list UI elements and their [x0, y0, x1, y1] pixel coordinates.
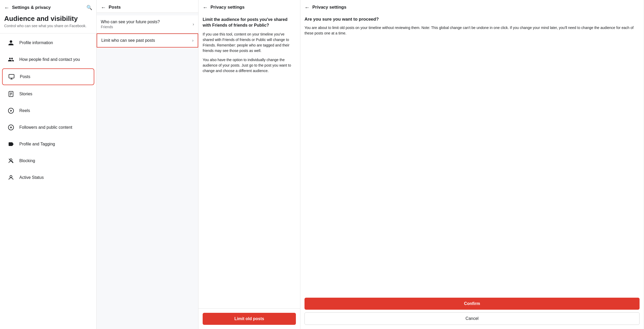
confirm-panel-header: ← Privacy settings	[300, 0, 644, 13]
confirm-back-arrow[interactable]: ←	[305, 5, 310, 10]
sidebar-item-label-profile-tagging: Profile and Tagging	[19, 142, 55, 146]
sidebar-item-how-people-find[interactable]: How people find and contact you	[2, 52, 94, 67]
sidebar-subtitle: Control who can see what you share on Fa…	[0, 24, 96, 32]
blocking-icon	[6, 156, 16, 166]
sidebar-item-active-status[interactable]: Active Status	[2, 170, 94, 185]
sidebar-divider	[0, 33, 96, 33]
future-posts-chevron: ›	[193, 22, 194, 27]
future-posts-row[interactable]: Who can see your future posts? Friends ›	[97, 15, 198, 33]
sidebar-item-label-active-status: Active Status	[19, 175, 44, 180]
sidebar-header: ← Settings & privacy 🔍	[0, 0, 96, 13]
stories-icon	[6, 89, 16, 99]
past-posts-label: Limit who can see past posts	[101, 38, 190, 43]
confirm-panel: ← Privacy settings Are you sure you want…	[300, 0, 644, 329]
search-icon[interactable]: 🔍	[86, 5, 92, 10]
confirm-question: Are you sure you want to proceed?	[305, 17, 640, 22]
posts-icon	[7, 72, 16, 81]
sidebar-back-arrow[interactable]: ←	[4, 5, 9, 10]
posts-list: Who can see your future posts? Friends ›…	[97, 15, 198, 48]
confirm-panel-title: Privacy settings	[312, 5, 346, 10]
sidebar-item-label-blocking: Blocking	[19, 158, 35, 163]
svg-rect-0	[9, 74, 14, 78]
sidebar-item-label-stories: Stories	[19, 92, 32, 96]
past-posts-row[interactable]: Limit who can see past posts ›	[97, 33, 198, 48]
sidebar-item-posts[interactable]: Posts	[2, 68, 94, 85]
sidebar-item-label-reels: Reels	[19, 108, 30, 113]
sidebar-item-stories[interactable]: Stories	[2, 86, 94, 102]
privacy-main-title: Limit the audience for posts you've shar…	[203, 17, 296, 28]
confirm-body-text: You are about to limit old posts on your…	[305, 25, 640, 36]
confirm-content: Are you sure you want to proceed? You ar…	[300, 13, 644, 40]
sidebar-item-label-how-people-find: How people find and contact you	[19, 57, 80, 62]
confirm-footer: Confirm Cancel	[300, 293, 644, 329]
privacy-panel-body: Limit the audience for posts you've shar…	[198, 13, 300, 308]
confirm-button[interactable]: Confirm	[305, 298, 640, 310]
limit-old-posts-button[interactable]: Limit old posts	[203, 313, 296, 325]
person-icon	[6, 38, 16, 48]
privacy-body-text-1: If you use this tool, content on your ti…	[203, 32, 296, 54]
privacy-panel-header: ← Privacy settings	[198, 0, 300, 13]
privacy-panel-wrap: ← Privacy settings Limit the audience fo…	[198, 0, 300, 329]
tagging-icon	[6, 139, 16, 149]
confirm-panel-body: Are you sure you want to proceed? You ar…	[300, 13, 644, 293]
sidebar-item-profile-tagging[interactable]: Profile and Tagging	[2, 136, 94, 152]
confirm-panel-wrap: ← Privacy settings Are you sure you want…	[300, 0, 644, 329]
cancel-button[interactable]: Cancel	[305, 312, 640, 325]
svg-marker-8	[10, 110, 12, 112]
svg-line-13	[9, 159, 13, 163]
followers-icon	[6, 123, 16, 132]
posts-panel: ← Posts Who can see your future posts? F…	[97, 0, 198, 329]
posts-panel-title: Posts	[109, 5, 121, 10]
future-posts-sublabel: Friends	[101, 25, 191, 29]
future-posts-label: Who can see your future posts?	[101, 20, 191, 24]
sidebar-item-label-followers: Followers and public content	[19, 125, 72, 130]
svg-point-14	[10, 175, 12, 178]
sidebar-header-title: Settings & privacy	[12, 5, 51, 10]
future-posts-content: Who can see your future posts? Friends	[101, 20, 191, 29]
sidebar-item-followers[interactable]: Followers and public content	[2, 120, 94, 135]
privacy-body-text-2: You also have the option to individually…	[203, 57, 296, 74]
people-find-icon	[6, 55, 16, 64]
privacy-panel: ← Privacy settings Limit the audience fo…	[198, 0, 300, 329]
posts-panel-header: ← Posts	[97, 0, 198, 13]
sidebar-item-profile-information[interactable]: Profile information	[2, 35, 94, 51]
sidebar-item-blocking[interactable]: Blocking	[2, 153, 94, 169]
active-status-icon	[6, 173, 16, 182]
past-posts-chevron: ›	[192, 38, 194, 43]
privacy-panel-title: Privacy settings	[210, 5, 244, 10]
sidebar-main-title: Audience and visibility	[0, 13, 96, 24]
sidebar-item-reels[interactable]: Reels	[2, 103, 94, 119]
sidebar-panel: ← Settings & privacy 🔍 Audience and visi…	[0, 0, 97, 329]
sidebar-item-label-posts: Posts	[20, 74, 30, 79]
privacy-content: Limit the audience for posts you've shar…	[198, 13, 300, 81]
privacy-footer: Limit old posts	[198, 308, 300, 329]
past-posts-content: Limit who can see past posts	[101, 38, 190, 43]
privacy-back-arrow[interactable]: ←	[203, 5, 208, 10]
reels-icon	[6, 106, 16, 115]
sidebar-item-label-profile-information: Profile information	[19, 40, 53, 45]
posts-back-arrow[interactable]: ←	[101, 5, 106, 10]
